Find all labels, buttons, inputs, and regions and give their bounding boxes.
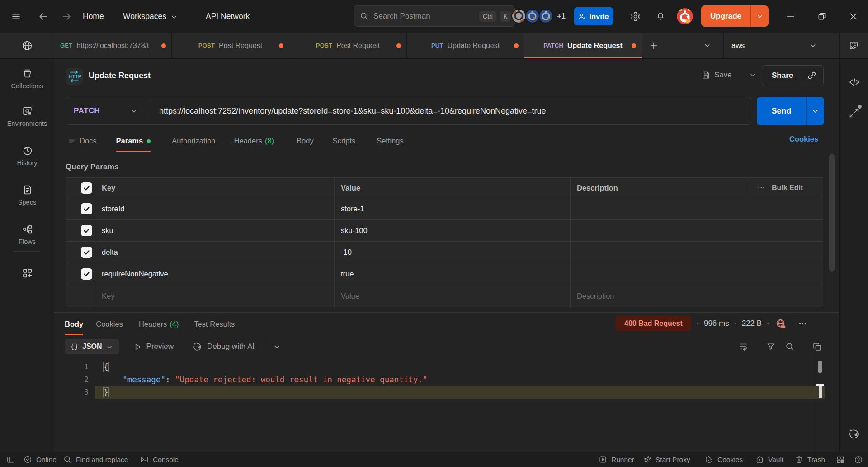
wrap-text-icon[interactable] [738, 342, 748, 352]
save-button[interactable]: Save [701, 71, 756, 80]
url-input[interactable]: https://localhost:7252/inventory/update?… [159, 106, 546, 116]
sidebar-item-flows[interactable]: Flows [0, 224, 54, 245]
filter-icon[interactable] [766, 342, 775, 351]
postbot-icon[interactable] [840, 428, 868, 440]
param-key[interactable]: sku [95, 220, 335, 241]
param-value[interactable]: true [335, 263, 571, 285]
workspace-globe-icon[interactable] [0, 33, 54, 58]
sidebar-item-environments[interactable]: Environments [0, 105, 54, 127]
param-description[interactable] [571, 220, 823, 241]
response-body-editor[interactable]: 1 { 2 "message": "Update rejected: would… [54, 356, 839, 452]
param-description[interactable] [571, 263, 823, 285]
tab-get-request[interactable]: GET https://localhost:7378/t [54, 33, 172, 58]
tab-docs[interactable]: Docs [68, 129, 97, 152]
window-minimize-button[interactable] [786, 0, 795, 33]
resize-panes-icon[interactable] [840, 108, 868, 119]
response-tab-body[interactable]: Body [65, 313, 83, 335]
nav-home[interactable]: Home [83, 0, 104, 33]
start-proxy-button[interactable]: Start Proxy [643, 452, 690, 467]
param-key[interactable]: storeId [95, 198, 335, 219]
param-key[interactable]: requireNonNegative [95, 263, 335, 285]
tab-list-chevron-icon[interactable] [703, 33, 711, 58]
more-options-icon[interactable] [757, 184, 765, 192]
collaborator-avatars[interactable]: +1 [511, 9, 566, 24]
upgrade-dropdown[interactable] [751, 5, 769, 27]
upgrade-split-button[interactable]: Upgrade [701, 5, 769, 27]
toggle-sidebar-icon[interactable] [6, 452, 15, 467]
response-size[interactable]: 222 B [742, 319, 762, 328]
nav-api-network[interactable]: API Network [206, 0, 250, 33]
online-status[interactable]: Online [24, 452, 57, 467]
notifications-bell-icon[interactable] [656, 0, 665, 33]
tab-put-request[interactable]: PUT Update Request [407, 33, 524, 58]
row-checkbox[interactable] [66, 263, 95, 285]
settings-gear-icon[interactable] [630, 0, 641, 33]
nav-workspaces[interactable]: Workspaces [123, 0, 177, 33]
tab-body[interactable]: Body [297, 129, 314, 152]
param-value[interactable]: -10 [335, 242, 571, 263]
bulk-edit-button[interactable]: Bulk Edit [772, 184, 803, 192]
sidebar-item-collections[interactable]: Collections [0, 68, 54, 90]
search-input[interactable]: Search Postman Ctrl K [354, 5, 515, 27]
forward-arrow-icon[interactable] [61, 0, 72, 33]
runner-button[interactable]: Runner [599, 452, 634, 467]
param-description[interactable] [571, 242, 823, 263]
environment-selector[interactable]: aws [731, 33, 745, 58]
search-in-body-icon[interactable] [785, 342, 794, 351]
method-selector[interactable]: PATCH [66, 97, 150, 124]
hamburger-menu-icon[interactable] [11, 0, 21, 33]
code-scrollbar[interactable] [818, 361, 822, 373]
response-tab-cookies[interactable]: Cookies [96, 313, 123, 335]
param-value[interactable]: store-1 [335, 198, 571, 219]
share-button[interactable]: Share [772, 71, 793, 80]
response-tab-headers[interactable]: Headers (4) [139, 313, 179, 335]
tab-headers[interactable]: Headers (8) [234, 129, 274, 152]
sidebar-configure-icon[interactable] [0, 267, 54, 279]
environment-quick-look-icon[interactable] [839, 33, 868, 58]
environment-chevron-icon[interactable] [809, 33, 817, 58]
row-checkbox[interactable] [66, 242, 95, 263]
row-checkbox[interactable] [66, 220, 95, 241]
profile-avatar[interactable] [677, 8, 693, 24]
sidebar-item-specs[interactable]: Specs [0, 184, 54, 206]
response-tab-test-results[interactable]: Test Results [194, 313, 235, 335]
param-description[interactable] [571, 198, 823, 219]
select-all-checkbox[interactable] [66, 178, 95, 198]
window-close-button[interactable] [849, 0, 858, 33]
upgrade-button[interactable]: Upgrade [701, 5, 750, 27]
debug-options-chevron-icon[interactable] [273, 343, 281, 351]
param-value[interactable]: sku-100 [335, 220, 571, 241]
status-badge[interactable]: 400 Bad Request [616, 316, 691, 331]
sidebar-item-history[interactable]: History [0, 145, 54, 167]
window-restore-button[interactable] [817, 0, 826, 33]
back-arrow-icon[interactable] [38, 0, 48, 33]
response-more-options-icon[interactable] [798, 319, 807, 328]
send-button[interactable]: Send [757, 97, 806, 125]
new-tab-plus-icon[interactable] [649, 33, 658, 58]
panel-layout-icon[interactable] [836, 452, 845, 467]
row-checkbox[interactable] [66, 198, 95, 219]
copy-response-icon[interactable] [812, 342, 822, 352]
tab-params[interactable]: Params [116, 129, 151, 152]
vault-button[interactable]: Vault [755, 452, 783, 467]
cookies-button[interactable]: Cookies [705, 452, 743, 467]
tab-patch-request-active[interactable]: PATCH Update Request [524, 33, 642, 58]
param-key-placeholder[interactable]: Key [95, 285, 335, 307]
code-snippet-icon[interactable] [840, 76, 868, 88]
param-description-placeholder[interactable]: Description [571, 285, 823, 307]
param-value-placeholder[interactable]: Value [335, 285, 571, 307]
find-and-replace[interactable]: Find and replace [63, 452, 128, 467]
save-options-chevron-icon[interactable] [749, 71, 756, 79]
preview-button[interactable]: Preview [133, 342, 174, 351]
tab-post-request-1[interactable]: POST Post Request [172, 33, 289, 58]
tab-post-request-2[interactable]: POST Post Request [289, 33, 407, 58]
cookies-link[interactable]: Cookies [789, 135, 818, 143]
response-format-dropdown[interactable]: JSON [65, 339, 119, 354]
send-options-chevron[interactable] [807, 97, 824, 125]
param-key[interactable]: delta [95, 242, 335, 263]
copy-link-icon[interactable] [807, 71, 817, 81]
trash-button[interactable]: Trash [795, 452, 825, 467]
network-warning-icon[interactable] [775, 318, 787, 329]
invite-button[interactable]: Invite [574, 7, 613, 25]
tab-authorization[interactable]: Authorization [172, 129, 215, 152]
